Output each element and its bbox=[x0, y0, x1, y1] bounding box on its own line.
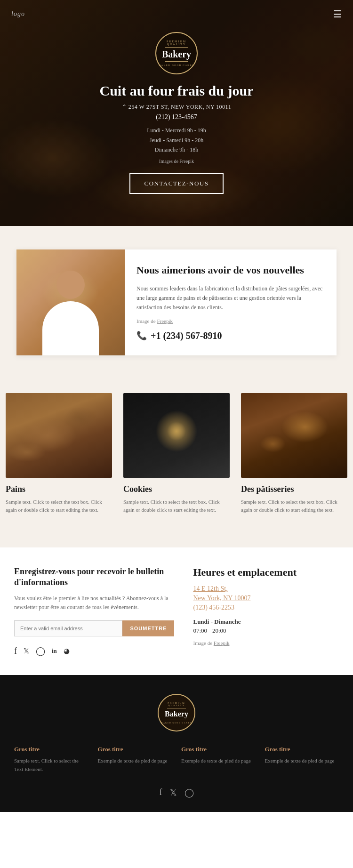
product-image-pains bbox=[6, 393, 112, 478]
footer-twitter-icon[interactable]: 𝕏 bbox=[170, 788, 177, 798]
footer-col-3-title: Gros titre bbox=[181, 746, 256, 753]
email-input[interactable] bbox=[14, 620, 122, 636]
instagram-icon[interactable]: ◯ bbox=[36, 646, 45, 656]
badge-top-text: PREMIUM QUALITY bbox=[156, 40, 197, 46]
hero-hours: Lundi - Mercredi 9h - 19h Jeudi - Samedi… bbox=[100, 126, 254, 154]
products-section: Pains Sample text. Click to select the t… bbox=[0, 379, 353, 547]
footer-col-4-title: Gros titre bbox=[265, 746, 339, 753]
footer-col-4: Gros titre Exemple de texte de pied de p… bbox=[265, 746, 339, 773]
footer-facebook-icon[interactable]: f bbox=[160, 788, 162, 798]
footer-col-2: Gros titre Exemple de texte de pied de p… bbox=[98, 746, 172, 773]
bakery-badge: PREMIUM QUALITY Bakery BAKED GOOD CAKES bbox=[155, 32, 198, 74]
newsletter-title: Enregistrez-vous pour recevoir le bullet… bbox=[14, 566, 174, 588]
product-col-patisseries: Des pâtisseries Sample text. Click to se… bbox=[235, 393, 353, 524]
footer-col-3: Gros titre Exemple de texte de pied de p… bbox=[181, 746, 256, 773]
baker-body bbox=[42, 301, 99, 355]
location-address-line2[interactable]: New York, NY 10007 bbox=[193, 595, 339, 602]
footer-col-1-title: Gros titre bbox=[14, 746, 88, 753]
location-pin-icon: ⌃ bbox=[122, 104, 127, 110]
footer-social-icons: f 𝕏 ◯ bbox=[14, 788, 339, 798]
footer-instagram-icon[interactable]: ◯ bbox=[185, 788, 194, 798]
linkedin-icon[interactable]: in bbox=[52, 647, 57, 655]
location-title: Heures et emplacement bbox=[193, 566, 339, 579]
social-icons: f 𝕏 ◯ in ◕ bbox=[14, 646, 174, 656]
product-image-cookies bbox=[123, 393, 230, 478]
location-hours-time: 07:00 - 20:00 bbox=[193, 627, 339, 635]
about-card: Nous aimerions avoir de vos nouvelles No… bbox=[16, 249, 337, 355]
footer: PREMIUM QUALITY Bakery BAKED GOOD CAKES … bbox=[0, 675, 353, 812]
product-image-patisseries bbox=[241, 393, 347, 478]
about-phone-row: 📞 +1 (234) 567-8910 bbox=[136, 330, 325, 341]
logo: logo bbox=[11, 10, 25, 18]
hours-line-2: Jeudi - Samedi 9h - 20h bbox=[100, 136, 254, 145]
baker-head bbox=[56, 271, 85, 299]
footer-col-4-text: Exemple de texte de pied de page bbox=[265, 757, 339, 765]
contact-button[interactable]: CONTACTEZ-NOUS bbox=[129, 173, 224, 194]
hours-line-3: Dimanche 9h - 18h bbox=[100, 145, 254, 154]
product-col-cookies: Cookies Sample text. Click to select the… bbox=[118, 393, 235, 524]
footer-badge: PREMIUM QUALITY Bakery BAKED GOOD CAKES bbox=[158, 694, 195, 731]
footer-col-1: Gros titre Sample text. Click to select … bbox=[14, 746, 88, 773]
about-title: Nous aimerions avoir de vos nouvelles bbox=[136, 264, 325, 277]
newsletter-description: Vous voulez être le premier à lire nos a… bbox=[14, 594, 174, 612]
hero-section: PREMIUM QUALITY Bakery BAKED GOOD CAKES … bbox=[0, 0, 353, 226]
badge-line-bottom bbox=[165, 61, 188, 62]
product-title-cookies: Cookies bbox=[123, 484, 230, 494]
badge-sub-text: BAKED GOOD CAKES bbox=[159, 64, 194, 66]
hero-address: ⌃ 254 W 27ST ST, NEW YORK, NY 10011 bbox=[100, 104, 254, 111]
submit-button[interactable]: SOUMETTRE bbox=[122, 620, 174, 636]
footer-col-3-text: Exemple de texte de pied de page bbox=[181, 757, 256, 765]
product-title-patisseries: Des pâtisseries bbox=[241, 484, 347, 494]
info-section: Enregistrez-vous pour recevoir le bullet… bbox=[0, 547, 353, 675]
product-desc-pains: Sample text. Click to select the text bo… bbox=[6, 498, 112, 514]
hero-phone[interactable]: (212) 123-4567 bbox=[100, 113, 254, 121]
products-grid: Pains Sample text. Click to select the t… bbox=[0, 393, 353, 524]
product-col-pains: Pains Sample text. Click to select the t… bbox=[0, 393, 118, 524]
about-description: Nous sommes leaders dans la fabrication … bbox=[136, 284, 325, 313]
footer-col-2-text: Exemple de texte de pied de page bbox=[98, 757, 172, 765]
footer-col-2-title: Gros titre bbox=[98, 746, 172, 753]
pinterest-icon[interactable]: ◕ bbox=[64, 647, 70, 655]
product-title-pains: Pains bbox=[6, 484, 112, 494]
about-section: Nous aimerions avoir de vos nouvelles No… bbox=[0, 226, 353, 379]
badge-line-top bbox=[165, 47, 188, 48]
product-desc-patisseries: Sample text. Click to select the text bo… bbox=[241, 498, 347, 514]
about-image bbox=[16, 249, 125, 355]
hamburger-icon[interactable]: ☰ bbox=[333, 8, 342, 20]
footer-badge-line-bottom bbox=[167, 720, 186, 720]
footer-badge-sub: BAKED GOOD CAKES bbox=[161, 722, 192, 724]
location-address-line1[interactable]: 14 E 12th St, bbox=[193, 585, 339, 593]
newsletter-column: Enregistrez-vous pour recevoir le bullet… bbox=[14, 566, 174, 656]
twitter-icon[interactable]: 𝕏 bbox=[24, 647, 29, 655]
about-phone[interactable]: +1 (234) 567-8910 bbox=[151, 330, 222, 341]
location-phone[interactable]: (123) 456-2253 bbox=[193, 604, 339, 611]
phone-icon: 📞 bbox=[136, 330, 147, 341]
footer-columns: Gros titre Sample text. Click to select … bbox=[14, 746, 339, 773]
facebook-icon[interactable]: f bbox=[14, 646, 17, 656]
hours-line-1: Lundi - Mercredi 9h - 19h bbox=[100, 126, 254, 135]
hero-title: Cuit au four frais du jour bbox=[100, 83, 254, 99]
baker-figure bbox=[33, 261, 108, 355]
location-hours-label: Lundi - Dimanche bbox=[193, 618, 339, 626]
hero-freepik: Images de Freepik bbox=[100, 159, 254, 164]
hero-content: PREMIUM QUALITY Bakery BAKED GOOD CAKES … bbox=[100, 32, 254, 193]
footer-badge-top: PREMIUM QUALITY bbox=[159, 702, 194, 707]
about-text: Nous aimerions avoir de vos nouvelles No… bbox=[125, 249, 337, 355]
footer-badge-line-top bbox=[167, 708, 186, 708]
footer-col-1-text: Sample text. Click to select the Text El… bbox=[14, 757, 88, 773]
badge-main-text: Bakery bbox=[162, 49, 191, 60]
location-freepik: Image de Freepik bbox=[193, 640, 339, 646]
product-desc-cookies: Sample text. Click to select the text bo… bbox=[123, 498, 230, 514]
top-nav: logo ☰ bbox=[0, 0, 353, 28]
footer-badge-main: Bakery bbox=[165, 710, 188, 718]
email-row: SOUMETTRE bbox=[14, 620, 174, 636]
about-freepik: Image de Freepik bbox=[136, 318, 325, 324]
location-column: Heures et emplacement 14 E 12th St, New … bbox=[193, 566, 339, 656]
